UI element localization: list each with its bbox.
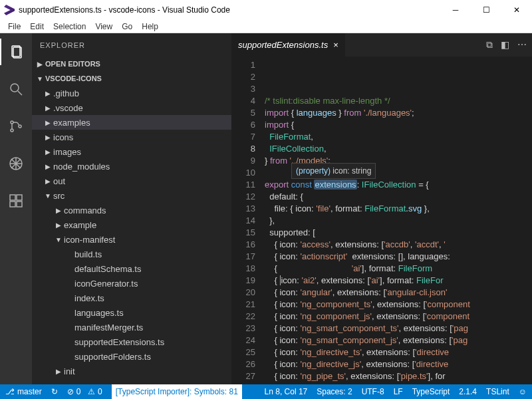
- chevron-right-icon: ▶: [43, 104, 53, 112]
- tree-item-label: index.ts: [74, 293, 104, 303]
- close-button[interactable]: ✕: [501, 0, 532, 20]
- tree-item-label: iconGenerator.ts: [74, 279, 138, 289]
- activity-git[interactable]: [0, 113, 32, 140]
- code-line-25[interactable]: { icon: 'ng_pipe_js', extensions: ['pipe…: [265, 382, 532, 384]
- more-actions-icon[interactable]: ⋯: [517, 39, 527, 51]
- statusbar-position[interactable]: Ln 8, Col 17: [265, 387, 308, 396]
- menu-help[interactable]: Help: [138, 21, 162, 32]
- code-line-19[interactable]: { icon: 'ng_component_js', extensions: […: [265, 311, 532, 323]
- statusbar-tslint[interactable]: TSLint: [486, 387, 509, 396]
- chevron-right-icon: ▶: [43, 90, 53, 97]
- tree-item-label: icons: [53, 132, 73, 142]
- chevron-right-icon: ▶: [43, 134, 53, 141]
- folder-node_modules[interactable]: ▶node_modules: [32, 159, 231, 174]
- file-tree: ▶.github▶.vscode▶examples▶icons▶images▶n…: [32, 86, 231, 384]
- file-index-ts[interactable]: index.ts: [32, 291, 231, 305]
- code-line-23[interactable]: { icon: 'ng_directive_js', extensions: […: [265, 358, 532, 370]
- chevron-down-icon: ▼: [35, 75, 45, 82]
- code-line-20[interactable]: { icon: 'ng_smart_component_ts', extensi…: [265, 323, 532, 334]
- statusbar-spaces[interactable]: Spaces: 2: [317, 387, 352, 396]
- activity-extensions[interactable]: [0, 188, 32, 214]
- statusbar-eol[interactable]: LF: [394, 387, 403, 396]
- code-line-10[interactable]: file: { icon: 'file', format: FileFormat…: [265, 203, 532, 215]
- maximize-button[interactable]: ☐: [471, 0, 501, 20]
- activity-search[interactable]: [0, 76, 32, 102]
- code-line-24[interactable]: { icon: 'ng_pipe_ts', extensions: ['pipe…: [265, 370, 532, 382]
- menu-go[interactable]: Go: [118, 21, 136, 32]
- menu-file[interactable]: File: [4, 21, 25, 32]
- statusbar-feedback[interactable]: ☺: [519, 387, 527, 396]
- svg-rect-15: [17, 201, 22, 207]
- tab-bar: supportedExtensions.ts × ⧉ ◧ ⋯: [231, 33, 532, 57]
- section-open-editors[interactable]: ▶OPEN EDITORS: [32, 57, 231, 71]
- folder-commands[interactable]: ▶commands: [32, 203, 231, 217]
- folder-out[interactable]: ▶out: [32, 174, 231, 188]
- code-line-12[interactable]: supported: [: [265, 227, 532, 239]
- code-line-13[interactable]: { icon: 'access', extensions: ['accdb', …: [265, 239, 532, 251]
- file-supportedextensions-ts[interactable]: supportedExtensions.ts: [32, 334, 231, 349]
- chevron-right-icon: ▶: [53, 221, 64, 229]
- split-editor-icon[interactable]: ⧉: [486, 39, 493, 51]
- folder-init[interactable]: ▶init: [32, 364, 231, 378]
- file-manifestmerger-ts[interactable]: manifestMerger.ts: [32, 320, 231, 334]
- folder-icons[interactable]: ▶icons: [32, 130, 231, 144]
- tree-item-label: src: [53, 191, 65, 201]
- code-line-18[interactable]: { icon: 'ng_component_ts', extensions: […: [265, 299, 532, 311]
- menu-edit[interactable]: Edit: [26, 21, 48, 32]
- file-languages-ts[interactable]: languages.ts: [32, 305, 231, 320]
- workbench: EXPLORER ▶OPEN EDITORS ▼VSCODE-ICONS ▶.g…: [0, 33, 532, 384]
- line-gutter: 1234567891011121314151617181920212223242…: [231, 57, 265, 384]
- menu-selection[interactable]: Selection: [49, 21, 90, 32]
- code-line-5[interactable]: IFileCollection,: [265, 143, 532, 155]
- code-line-16[interactable]: { icon: 'ai2', extensions: ['ai'], forma…: [265, 275, 532, 287]
- folder-images[interactable]: ▶images: [32, 144, 231, 159]
- file-build-ts[interactable]: build.ts: [32, 247, 231, 261]
- code-line-3[interactable]: import {: [265, 119, 532, 131]
- toggle-sidebar-icon[interactable]: ◧: [501, 39, 509, 51]
- tree-item-label: node_modules: [53, 162, 110, 172]
- code-line-17[interactable]: { icon: 'angular', extensions: ['angular…: [265, 287, 532, 299]
- activity-debug[interactable]: [0, 150, 32, 177]
- activity-explorer[interactable]: [0, 39, 32, 65]
- code-editor[interactable]: 1234567891011121314151617181920212223242…: [231, 57, 532, 384]
- statusbar-ts-importer[interactable]: [TypeScript Importer]: Symbols: 81: [112, 384, 242, 399]
- code-line-11[interactable]: },: [265, 215, 532, 227]
- code-line-9[interactable]: default: {: [265, 191, 532, 203]
- hover-tooltip: (property) icon: string: [291, 163, 376, 179]
- tab-supportedextensions[interactable]: supportedExtensions.ts ×: [231, 33, 345, 57]
- statusbar-problems[interactable]: ⊘ 0 ⚠ 0: [67, 387, 102, 396]
- code-line-8[interactable]: export const extensions: IFileCollection…: [265, 179, 532, 191]
- statusbar-branch[interactable]: ⎇ master: [5, 387, 42, 396]
- code-line-4[interactable]: FileFormat,: [265, 131, 532, 143]
- code-line-15[interactable]: { 'ai'], format: FileForm: [265, 263, 532, 275]
- section-project[interactable]: ▼VSCODE-ICONS: [32, 71, 231, 86]
- folder--github[interactable]: ▶.github: [32, 86, 231, 100]
- statusbar-encoding[interactable]: UTF-8: [362, 387, 384, 396]
- window-controls: ─ ☐ ✕: [440, 0, 532, 20]
- menu-view[interactable]: View: [91, 21, 116, 32]
- close-tab-icon[interactable]: ×: [333, 40, 338, 50]
- sidebar-title: EXPLORER: [32, 33, 231, 57]
- folder-icon-manifest[interactable]: ▼icon-manifest: [32, 232, 231, 247]
- code-line-22[interactable]: { icon: 'ng_directive_ts', extensions: […: [265, 346, 532, 358]
- file-defaultschema-ts[interactable]: defaultSchema.ts: [32, 261, 231, 276]
- statusbar-tsversion[interactable]: 2.1.4: [459, 387, 477, 396]
- folder-src[interactable]: ▼src: [32, 188, 231, 203]
- minimize-button[interactable]: ─: [440, 0, 471, 20]
- svg-point-2: [11, 84, 19, 92]
- code-line-1[interactable]: /* tslint:disable max-line-length */: [265, 95, 532, 107]
- code-lines[interactable]: (property) icon: string /* tslint:disabl…: [265, 57, 532, 384]
- statusbar-sync[interactable]: ↻: [51, 387, 58, 396]
- status-bar: ⎇ master ↻ ⊘ 0 ⚠ 0 [TypeScript Importer]…: [0, 384, 532, 399]
- folder--vscode[interactable]: ▶.vscode: [32, 100, 231, 115]
- svg-rect-14: [10, 201, 15, 207]
- folder-example[interactable]: ▶example: [32, 217, 231, 232]
- code-line-21[interactable]: { icon: 'ng_smart_component_js', extensi…: [265, 334, 532, 346]
- folder-examples[interactable]: ▶examples: [32, 115, 231, 130]
- statusbar-language[interactable]: TypeScript: [412, 387, 450, 396]
- file-supportedfolders-ts[interactable]: supportedFolders.ts: [32, 349, 231, 364]
- file-icongenerator-ts[interactable]: iconGenerator.ts: [32, 276, 231, 291]
- editor-actions: ⧉ ◧ ⋯: [486, 39, 527, 51]
- code-line-2[interactable]: import { languages } from './languages';: [265, 107, 532, 119]
- code-line-14[interactable]: { icon: 'actionscript' extensions: [], l…: [265, 251, 532, 263]
